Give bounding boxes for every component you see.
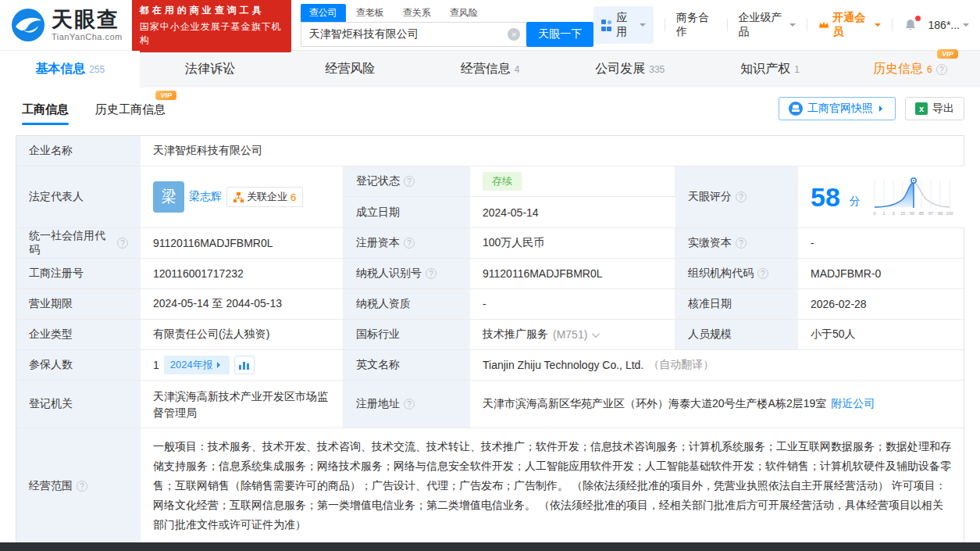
related-companies-badge[interactable]: 关联企业 6 xyxy=(226,187,303,207)
notification-bell[interactable] xyxy=(903,18,918,32)
status-date-block: 登记状态 存续 成立日期 2024-05-14 xyxy=(344,166,675,227)
business-cooperation-link[interactable]: 商务合作 xyxy=(676,11,716,39)
brand-slogan: 都在用的商业查询工具 国家中小企业发展子基金旗下机构 xyxy=(132,0,291,52)
search-tab-company[interactable]: 查公司 xyxy=(301,4,346,22)
open-vip-menu[interactable]: 开通会员 xyxy=(818,11,880,39)
help-icon[interactable] xyxy=(736,238,747,249)
nearby-companies-link[interactable]: 附近公司 xyxy=(831,397,875,411)
help-icon[interactable] xyxy=(404,399,415,410)
tab-basic-info[interactable]: 基本信息 255 xyxy=(0,51,140,88)
search-button[interactable]: 天眼一下 xyxy=(526,22,593,47)
company-type-value: 有限责任公司(法人独资) xyxy=(141,320,344,349)
tab-label: 基本信息 xyxy=(35,61,85,77)
enterprise-products-menu[interactable]: 企业级产品 xyxy=(738,11,796,39)
svg-text:1: 1 xyxy=(882,211,885,216)
table-row: 经营范围 一般项目：技术服务、技术开发、技术咨询、技术交流、技术转让、技术推广；… xyxy=(16,428,964,543)
help-icon[interactable] xyxy=(426,268,437,279)
open-vip-label: 开通会员 xyxy=(832,11,871,39)
header-nav: 应用 商务合作 企业级产品 开通会员 186*... xyxy=(593,6,969,44)
tab-operating-info[interactable]: 经营信息 4 xyxy=(420,51,560,88)
paid-capital-value: - xyxy=(798,228,964,258)
reg-capital-label: 注册资本 xyxy=(344,228,470,258)
caret-down-icon xyxy=(875,23,881,30)
vip-badge: VIP xyxy=(155,91,176,100)
help-icon[interactable] xyxy=(757,268,768,279)
search-input[interactable] xyxy=(301,22,527,47)
company-name-value: 天津智炬科技有限公司 xyxy=(141,136,964,166)
company-type-label: 企业类型 xyxy=(16,320,141,349)
company-section-tabs: 基本信息 255 法律诉讼 经营风险 经营信息 4 公司发展 335 知识产权 … xyxy=(0,50,980,88)
reg-number-label: 工商注册号 xyxy=(16,259,141,288)
approval-date-value: 2026-02-28 xyxy=(798,289,964,319)
search-clear-icon[interactable] xyxy=(508,28,520,41)
reg-authority-value: 天津滨海高新技术产业开发区市场监督管理局 xyxy=(141,381,344,428)
arrow-right-icon xyxy=(217,362,223,368)
annual-report-badge[interactable]: 2024年报 xyxy=(164,356,230,374)
business-info-table: 企业名称 天津智炬科技有限公司 法定代表人 梁 梁志辉 关联企业 6 登记状态 … xyxy=(16,135,964,544)
credit-code-value: 91120116MADJFBMR0L xyxy=(141,228,344,258)
legal-rep-avatar[interactable]: 梁 xyxy=(153,181,184,213)
tab-count: 255 xyxy=(89,64,105,75)
subtab-history-business-info[interactable]: 历史工商信息 VIP xyxy=(95,90,166,128)
help-icon[interactable] xyxy=(117,238,128,249)
search-tab-relation[interactable]: 查关系 xyxy=(394,4,440,22)
divider xyxy=(807,19,807,31)
account-menu[interactable]: 186*... xyxy=(928,19,969,31)
tab-count: 6 xyxy=(927,64,932,75)
table-row: 法定代表人 梁 梁志辉 关联企业 6 登记状态 存续 成立日期 2024-05 xyxy=(16,166,964,228)
help-icon[interactable] xyxy=(404,176,415,187)
help-icon[interactable] xyxy=(404,238,415,249)
top-header: 天眼查 TianYanCha.com 都在用的商业查询工具 国家中小企业发展子基… xyxy=(0,0,980,50)
related-count: 6 xyxy=(290,191,296,203)
caret-down-icon xyxy=(789,23,796,30)
english-name-label: 英文名称 xyxy=(344,350,470,380)
tab-operating-risk[interactable]: 经营风险 xyxy=(280,51,420,88)
vip-badge: VIP xyxy=(937,49,958,59)
help-icon[interactable] xyxy=(77,481,87,492)
table-row: 企业名称 天津智炬科技有限公司 xyxy=(16,136,964,166)
business-term-label: 营业期限 xyxy=(16,289,141,319)
tianyancha-logo[interactable]: 天眼查 TianYanCha.com xyxy=(11,8,123,42)
legal-rep-name-link[interactable]: 梁志辉 xyxy=(189,190,222,204)
tab-company-development[interactable]: 公司发展 335 xyxy=(560,51,700,88)
logo-eye-icon xyxy=(11,8,45,42)
business-scope-value: 一般项目：技术服务、技术开发、技术咨询、技术交流、技术转让、技术推广；软件开发；… xyxy=(141,428,964,543)
table-row: 参保人数 1 2024年报 英文名称 Tianjin Zhiju Technol… xyxy=(16,350,964,381)
business-scope-label: 经营范围 xyxy=(16,428,141,543)
tab-legal-proceedings[interactable]: 法律诉讼 xyxy=(140,51,280,88)
chevron-down-icon[interactable] xyxy=(592,330,600,338)
arrow-right-icon xyxy=(879,106,886,112)
tab-intellectual-property[interactable]: 知识产权 1 xyxy=(700,51,839,88)
excel-icon xyxy=(915,102,928,115)
auto-translate-note: （自动翻译） xyxy=(648,358,714,372)
subtab-business-info[interactable]: 工商信息 xyxy=(22,90,69,128)
export-button[interactable]: 导出 xyxy=(905,97,964,120)
table-row: 企业类型 有限责任公司(法人独资) 国标行业 技术推广服务 (M751) 人员规… xyxy=(16,320,964,350)
reg-number-value: 120116001717232 xyxy=(141,259,344,288)
svg-text:50: 50 xyxy=(910,211,914,216)
taxpayer-quality-label: 纳税人资质 xyxy=(344,289,470,319)
search-tab-boss[interactable]: 查老板 xyxy=(347,4,393,22)
table-row: 工商注册号 120116001717232 纳税人识别号 91120116MAD… xyxy=(16,259,964,289)
apps-menu[interactable]: 应用 xyxy=(593,6,654,44)
search-tab-risk[interactable]: 查风险 xyxy=(441,4,486,22)
slogan-line2: 国家中小企业发展子基金旗下机构 xyxy=(140,20,283,47)
slogan-line1: 都在用的商业查询工具 xyxy=(140,4,283,17)
tab-history-info[interactable]: 历史信息 6 VIP xyxy=(840,51,980,88)
account-phone: 186*... xyxy=(928,19,960,31)
reg-status-label: 登记状态 xyxy=(344,166,470,197)
help-icon[interactable] xyxy=(736,191,747,202)
notification-dot xyxy=(915,16,921,21)
industry-value: 技术推广服务 (M751) xyxy=(470,320,675,349)
official-snapshot-button[interactable]: 工商官网快照 xyxy=(779,97,896,120)
snapshot-label: 工商官网快照 xyxy=(807,102,873,116)
table-row: 统一社会信用代码 91120116MADJFBMR0L 注册资本 100万人民币… xyxy=(16,228,964,259)
org-code-value: MADJFBMR-0 xyxy=(798,259,964,288)
caret-down-icon xyxy=(640,23,646,30)
crown-icon xyxy=(818,20,829,30)
insured-trend-button[interactable] xyxy=(234,356,255,374)
svg-text:0: 0 xyxy=(873,211,875,216)
help-icon[interactable] xyxy=(936,64,947,75)
company-name-label: 企业名称 xyxy=(16,136,141,166)
logo-title: 天眼查 xyxy=(52,9,123,30)
